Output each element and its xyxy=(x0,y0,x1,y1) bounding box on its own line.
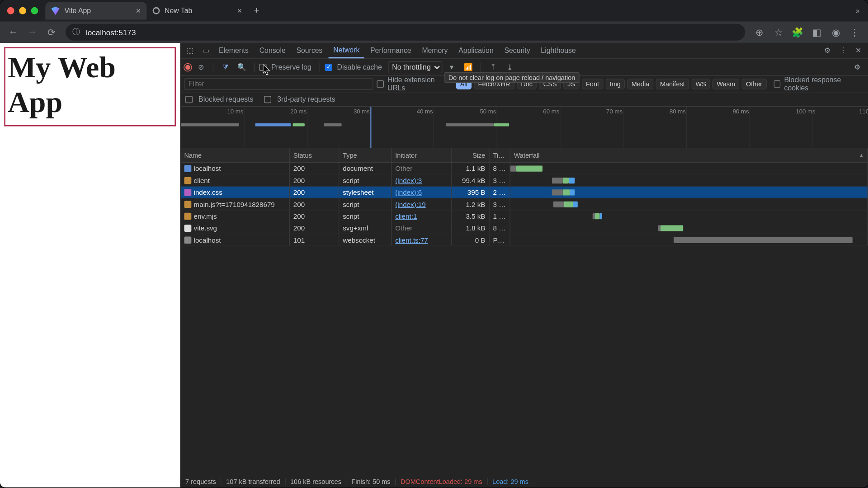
network-request-row[interactable]: localhost200documentOther1.1 kB8 … xyxy=(181,163,868,174)
third-party-checkbox[interactable] xyxy=(264,96,271,103)
network-request-row[interactable]: index.css200stylesheet(index):6395 B2 … xyxy=(181,187,868,198)
network-request-row[interactable]: localhost101websocketclient.ts:770 BP… xyxy=(181,234,868,246)
request-time: 2 … xyxy=(490,187,510,198)
column-header-type[interactable]: Type xyxy=(339,148,392,162)
blocked-requests-checkbox[interactable] xyxy=(185,96,193,103)
zoom-icon[interactable]: ⊕ xyxy=(751,24,768,41)
network-timeline[interactable]: 10 ms20 ms30 ms40 ms50 ms60 ms70 ms80 ms… xyxy=(181,107,868,148)
throttling-select[interactable]: No throttling xyxy=(388,61,442,73)
devtools-tab-application[interactable]: Application xyxy=(454,43,499,58)
devtools-tab-console[interactable]: Console xyxy=(255,43,290,58)
record-button[interactable] xyxy=(184,63,191,70)
yellow-traffic-light[interactable] xyxy=(19,7,26,14)
request-time: P… xyxy=(490,234,510,245)
column-header-ti[interactable]: Ti… xyxy=(490,148,510,162)
preserve-log-checkbox[interactable] xyxy=(259,63,267,70)
request-name: vite.svg xyxy=(194,224,217,231)
site-info-icon[interactable]: ⓘ xyxy=(71,28,81,37)
request-type: script xyxy=(339,174,392,186)
devtools-tab-elements[interactable]: Elements xyxy=(214,43,253,58)
request-initiator[interactable]: (index):19 xyxy=(392,198,452,210)
side-panel-icon[interactable]: ◧ xyxy=(808,24,825,41)
page-heading: My Web App xyxy=(8,51,172,119)
column-header-size[interactable]: Size xyxy=(452,148,490,162)
chip-font[interactable]: Font xyxy=(582,78,603,89)
close-devtools-icon[interactable]: ✕ xyxy=(851,43,866,58)
devtools-tab-lighthouse[interactable]: Lighthouse xyxy=(536,43,581,58)
column-header-status[interactable]: Status xyxy=(290,148,339,162)
close-icon[interactable]: × xyxy=(237,6,242,15)
reload-button[interactable]: ⟳ xyxy=(43,24,60,41)
devtools-tab-security[interactable]: Security xyxy=(500,43,535,58)
request-status: 200 xyxy=(290,210,339,221)
menu-icon[interactable]: ⋮ xyxy=(847,24,863,41)
timeline-tick: 80 ms xyxy=(670,108,686,115)
profile-icon[interactable]: ◉ xyxy=(827,24,844,41)
request-initiator[interactable]: (index):3 xyxy=(392,174,452,186)
chip-media[interactable]: Media xyxy=(627,78,653,89)
devtools-tab-sources[interactable]: Sources xyxy=(292,43,327,58)
network-request-row[interactable]: client200script(index):399.4 kB3 … xyxy=(181,174,868,186)
tab-overflow-icon[interactable]: » xyxy=(851,7,864,15)
browser-tab[interactable]: Vite App× xyxy=(45,2,146,20)
red-traffic-light[interactable] xyxy=(7,7,14,14)
network-request-row[interactable]: vite.svg200svg+xmlOther1.8 kB8 … xyxy=(181,222,868,234)
status-resources: 106 kB resources xyxy=(290,478,341,485)
hide-extension-urls-checkbox[interactable] xyxy=(377,80,384,87)
chip-other[interactable]: Other xyxy=(742,78,767,89)
request-initiator[interactable]: client.ts:77 xyxy=(392,234,452,245)
request-initiator[interactable]: (index):6 xyxy=(392,187,452,198)
network-settings-icon[interactable]: ⚙ xyxy=(850,60,864,75)
inspect-element-icon[interactable]: ⬚ xyxy=(183,43,198,58)
more-icon[interactable]: ⋮ xyxy=(836,43,850,58)
bookmark-icon[interactable]: ☆ xyxy=(770,24,787,41)
filter-input[interactable] xyxy=(184,78,373,89)
js-icon xyxy=(184,201,191,208)
back-button[interactable]: ← xyxy=(5,24,22,41)
request-initiator[interactable]: client:1 xyxy=(392,210,452,221)
svg-icon xyxy=(184,224,191,231)
css-icon xyxy=(184,188,191,196)
request-status: 200 xyxy=(290,174,339,186)
disable-cache-checkbox[interactable] xyxy=(325,63,332,70)
chip-wasm[interactable]: Wasm xyxy=(712,78,739,89)
request-status: 200 xyxy=(290,222,339,234)
status-requests: 7 requests xyxy=(185,478,216,485)
request-status: 200 xyxy=(290,198,339,210)
devtools-tab-performance[interactable]: Performance xyxy=(365,43,416,58)
close-icon[interactable]: × xyxy=(136,6,141,15)
network-request-row[interactable]: env.mjs200scriptclient:13.5 kB1 … xyxy=(181,210,868,222)
extensions-icon[interactable]: 🧩 xyxy=(789,24,806,41)
status-transferred: 107 kB transferred xyxy=(226,478,280,485)
search-icon[interactable]: 🔍 xyxy=(235,60,250,75)
network-filter-row-2: Blocked requests3rd-party requests xyxy=(181,92,868,107)
network-grid-body: localhost200documentOther1.1 kB8 …client… xyxy=(181,163,868,474)
chip-img[interactable]: Img xyxy=(606,78,625,89)
timeline-tick: 60 ms xyxy=(543,108,559,115)
timeline-tick: 40 ms xyxy=(417,108,433,115)
blocked-requests-label: Blocked requests xyxy=(198,95,253,103)
column-header-name[interactable]: Name xyxy=(181,148,290,162)
clear-button[interactable]: ⊘ xyxy=(194,60,208,75)
column-header-initiator[interactable]: Initiator xyxy=(392,148,452,162)
new-tab-button[interactable]: + xyxy=(248,5,266,16)
network-request-row[interactable]: main.js?t=1710941828679200script(index):… xyxy=(181,198,868,210)
green-traffic-light[interactable] xyxy=(31,7,38,14)
network-grid-header: NameStatusTypeInitiatorSizeTi…Waterfall xyxy=(181,148,868,163)
settings-icon[interactable]: ⚙ xyxy=(821,43,835,58)
request-size: 0 B xyxy=(452,234,490,245)
request-status: 200 xyxy=(290,187,339,198)
forward-button[interactable]: → xyxy=(24,24,41,41)
address-bar[interactable]: ⓘlocalhost:5173 xyxy=(66,24,745,41)
devtools-tab-network[interactable]: Network xyxy=(329,43,364,58)
column-header-waterfall[interactable]: Waterfall xyxy=(510,148,868,162)
filter-toggle-icon[interactable]: ⧩ xyxy=(218,60,233,75)
devtools-tab-memory[interactable]: Memory xyxy=(417,43,453,58)
chip-manifest[interactable]: Manifest xyxy=(656,78,689,89)
blocked-response-cookies-checkbox[interactable] xyxy=(774,80,780,87)
js-icon xyxy=(184,177,191,184)
browser-tab[interactable]: New Tab× xyxy=(146,2,248,20)
request-waterfall xyxy=(510,234,868,245)
device-toggle-icon[interactable]: ▭ xyxy=(198,43,213,58)
chip-ws[interactable]: WS xyxy=(691,78,710,89)
